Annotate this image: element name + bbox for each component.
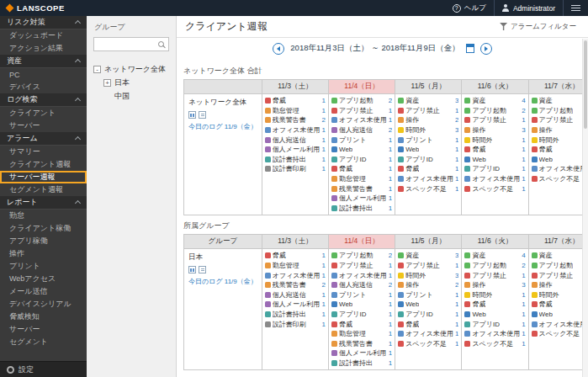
alarm-count-link[interactable]: 1	[387, 262, 392, 269]
alarm-count-link[interactable]: 1	[453, 311, 458, 318]
alarm-count-link[interactable]: 1	[387, 165, 392, 173]
chart-icon[interactable]	[188, 266, 196, 273]
sidebar-item-settings[interactable]: 設定	[0, 361, 87, 377]
alarm-count-link[interactable]: 1	[520, 146, 525, 153]
sidebar-item-segment-weekly-report[interactable]: セグメント週報	[0, 183, 87, 196]
calendar-icon[interactable]	[466, 44, 474, 53]
alarm-count-link[interactable]: 1	[453, 146, 458, 153]
alarm-count-link[interactable]: 1	[320, 165, 326, 173]
list-icon[interactable]	[199, 266, 206, 273]
alarm-count-link[interactable]: 1	[520, 116, 525, 124]
alarm-count-link[interactable]: 1	[320, 252, 326, 259]
tree-node-network-all[interactable]: -ネットワーク全体	[87, 62, 176, 76]
alarm-count-link[interactable]: 2	[453, 281, 458, 289]
alarm-count-link[interactable]: 1	[387, 107, 392, 114]
alarm-count-link[interactable]: 1	[520, 165, 525, 173]
alarm-count-link[interactable]: 3	[453, 272, 458, 279]
alarm-count-link[interactable]: 1	[320, 97, 326, 104]
alarm-count-link[interactable]: 1	[320, 300, 326, 308]
alarm-count-link[interactable]: 4	[520, 97, 525, 104]
alarm-count-link[interactable]: 1	[520, 291, 525, 299]
alarm-count-link[interactable]: 1	[387, 146, 392, 153]
expand-icon[interactable]: +	[103, 79, 111, 87]
sidebar-item-mail-send[interactable]: メール送信	[0, 285, 87, 298]
sidebar-section-log-search[interactable]: ログ検索	[0, 93, 87, 107]
alarm-count-link[interactable]: 3	[520, 126, 525, 134]
alarm-count-link[interactable]: 1	[387, 204, 392, 212]
sidebar-item-action-results[interactable]: アクション結果	[0, 42, 87, 55]
alarm-count-link[interactable]: 1	[387, 330, 392, 337]
alarm-count-link[interactable]: 1	[387, 185, 392, 193]
alarm-count-link[interactable]: 1	[520, 340, 525, 348]
prev-week-button[interactable]	[273, 43, 284, 55]
alarm-count-link[interactable]: 1	[387, 116, 392, 124]
alarm-count-link[interactable]: 1	[453, 175, 458, 183]
alarm-count-link[interactable]: 1	[387, 175, 392, 183]
sidebar-item-web-access[interactable]: Webアクセス	[0, 273, 87, 285]
alarm-count-link[interactable]: 2	[520, 262, 525, 269]
collapse-icon[interactable]: -	[93, 66, 101, 73]
alarm-count-link[interactable]: 1	[320, 272, 326, 279]
sidebar-item-print[interactable]: プリント	[0, 260, 87, 273]
alarm-count-link[interactable]: 3	[520, 281, 525, 289]
alarm-count-link[interactable]: 3	[453, 126, 458, 134]
alarm-count-link[interactable]: 1	[520, 321, 525, 328]
sidebar-item-client-operation[interactable]: クライアント稼働	[0, 222, 87, 235]
alarm-count-link[interactable]: 3	[453, 252, 458, 259]
alarm-count-link[interactable]: 3	[453, 97, 458, 104]
alarm-count-link[interactable]: 2	[320, 281, 326, 289]
vertical-scrollbar[interactable]	[582, 39, 588, 377]
sidebar-item-threat-detection[interactable]: 脅威検知	[0, 311, 87, 323]
tree-node-china[interactable]: 中国	[87, 89, 176, 103]
alarm-count-link[interactable]: 1	[387, 349, 392, 357]
alarm-count-link[interactable]: 1	[387, 136, 392, 144]
alarm-count-link[interactable]: 1	[520, 311, 525, 318]
search-icon[interactable]	[158, 41, 164, 47]
alarm-count-link[interactable]: 1	[387, 156, 392, 163]
alarm-count-link[interactable]: 2	[387, 97, 392, 104]
alarm-count-link[interactable]: 1	[320, 136, 326, 144]
alarm-count-link[interactable]: 1	[320, 291, 326, 299]
alarm-count-link[interactable]: 1	[453, 107, 458, 114]
today-log-link[interactable]: 今日のログ 11/9（金）	[188, 122, 257, 131]
alarm-count-link[interactable]: 1	[453, 330, 458, 337]
sidebar-item-dashboard[interactable]: ダッシュボード	[0, 29, 87, 42]
alarm-count-link[interactable]: 1	[320, 107, 326, 114]
alarm-count-link[interactable]: 1	[387, 291, 392, 299]
sidebar-item-devices[interactable]: デバイス	[0, 81, 87, 93]
alarm-count-link[interactable]: 1	[520, 185, 525, 193]
alarm-count-link[interactable]: 2	[520, 107, 525, 114]
alarm-count-link[interactable]: 1	[320, 126, 326, 134]
sidebar-item-operation[interactable]: 操作	[0, 247, 87, 260]
tree-node-japan[interactable]: +日本	[87, 76, 176, 89]
alarm-count-link[interactable]: 1	[453, 291, 458, 299]
scrollbar-thumb[interactable]	[584, 40, 587, 129]
alarm-count-link[interactable]: 1	[320, 156, 326, 163]
help-button[interactable]: ? ヘルプ	[445, 0, 494, 16]
alarm-count-link[interactable]: 1	[387, 300, 392, 308]
alarm-count-link[interactable]: 2	[320, 116, 326, 124]
sidebar-item-pc[interactable]: PC	[0, 68, 87, 81]
alarm-count-link[interactable]: 1	[387, 272, 392, 279]
alarm-count-link[interactable]: 1	[453, 262, 458, 269]
alarm-count-link[interactable]: 1	[387, 311, 392, 318]
alarm-count-link[interactable]: 1	[520, 136, 525, 144]
alarm-count-link[interactable]: 1	[453, 321, 458, 328]
sidebar-item-server[interactable]: サーバー	[0, 119, 87, 132]
alarm-filter-button[interactable]: アラームフィルター	[500, 22, 580, 32]
sidebar-item-server[interactable]: サーバー	[0, 323, 87, 336]
sidebar-item-attendance[interactable]: 勤怠	[0, 210, 87, 222]
alarm-count-link[interactable]: 4	[520, 252, 525, 259]
alarm-count-link[interactable]: 1	[320, 321, 326, 328]
alarm-count-link[interactable]: 1	[387, 340, 392, 348]
alarm-count-link[interactable]: 1	[520, 330, 525, 337]
sidebar-section-report[interactable]: レポート	[0, 196, 87, 210]
sidebar-item-app-operation[interactable]: アプリ稼働	[0, 235, 87, 247]
alarm-count-link[interactable]: 1	[453, 185, 458, 193]
alarm-count-link[interactable]: 2	[387, 126, 392, 134]
alarm-count-link[interactable]: 2	[387, 252, 392, 259]
sidebar-item-device-serial[interactable]: デバイスシリアル	[0, 298, 87, 311]
chart-icon[interactable]	[188, 111, 196, 119]
sidebar-item-summary[interactable]: サマリー	[0, 146, 87, 158]
user-menu[interactable]: Administrator	[495, 0, 563, 16]
